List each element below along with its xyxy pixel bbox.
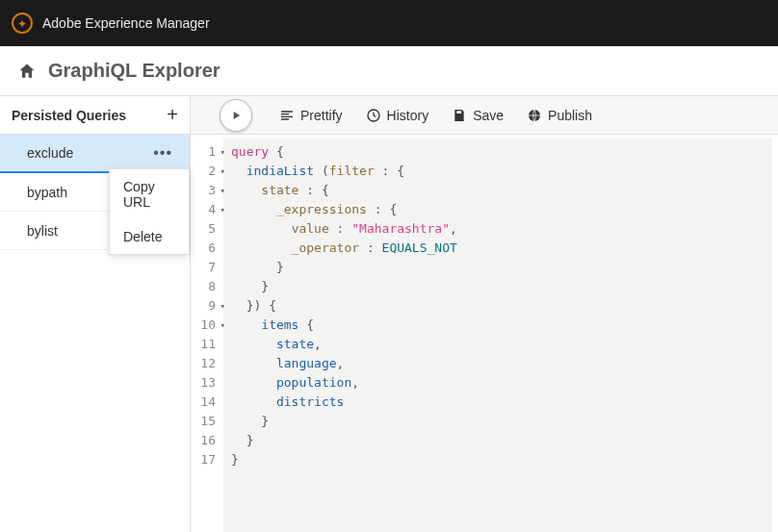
history-button[interactable]: History [356, 102, 439, 129]
query-item-label: bypath [27, 185, 67, 200]
brand-name: Adobe Experience Manager [42, 15, 210, 31]
home-icon[interactable] [17, 62, 37, 81]
app-topbar: ✦ Adobe Experience Manager [0, 0, 778, 46]
save-icon [452, 108, 467, 123]
run-button[interactable] [220, 99, 252, 132]
publish-label: Publish [548, 108, 592, 123]
publish-button[interactable]: Publish [517, 102, 602, 129]
query-context-menu: Copy URL Delete [109, 168, 190, 255]
aem-logo-icon: ✦ [12, 13, 33, 34]
sidebar-title: Persisted Queries [12, 108, 126, 123]
editor-toolbar: Prettify History Save Publish [191, 96, 778, 135]
history-label: History [387, 108, 429, 123]
editor-panel: Prettify History Save Publish 1234567891… [191, 96, 778, 532]
more-icon[interactable]: ••• [153, 144, 172, 162]
prettify-label: Prettify [300, 108, 343, 123]
persisted-queries-sidebar: Persisted Queries + exclude•••bypathbyli… [0, 96, 191, 532]
code-editor[interactable]: 1234567891011121314151617 query { indiaL… [191, 135, 778, 532]
page-title: GraphiQL Explorer [48, 60, 220, 82]
prettify-icon [279, 108, 295, 123]
save-button[interactable]: Save [442, 102, 513, 129]
prettify-button[interactable]: Prettify [270, 102, 352, 129]
titlebar: GraphiQL Explorer [0, 46, 778, 96]
code-content[interactable]: query { indiaList (filter : { state : { … [223, 139, 772, 532]
query-item-exclude[interactable]: exclude••• [0, 135, 190, 173]
context-copy-url[interactable]: Copy URL [110, 169, 189, 219]
main-content: Persisted Queries + exclude•••bypathbyli… [0, 96, 778, 532]
sidebar-header: Persisted Queries + [0, 96, 190, 135]
add-query-button[interactable]: + [167, 104, 178, 126]
publish-icon [527, 108, 542, 123]
context-delete[interactable]: Delete [110, 219, 189, 254]
save-label: Save [473, 108, 504, 123]
history-icon [366, 108, 381, 123]
query-item-label: bylist [27, 223, 58, 239]
query-item-label: exclude [27, 145, 73, 161]
line-gutter: 1234567891011121314151617 [191, 139, 223, 532]
